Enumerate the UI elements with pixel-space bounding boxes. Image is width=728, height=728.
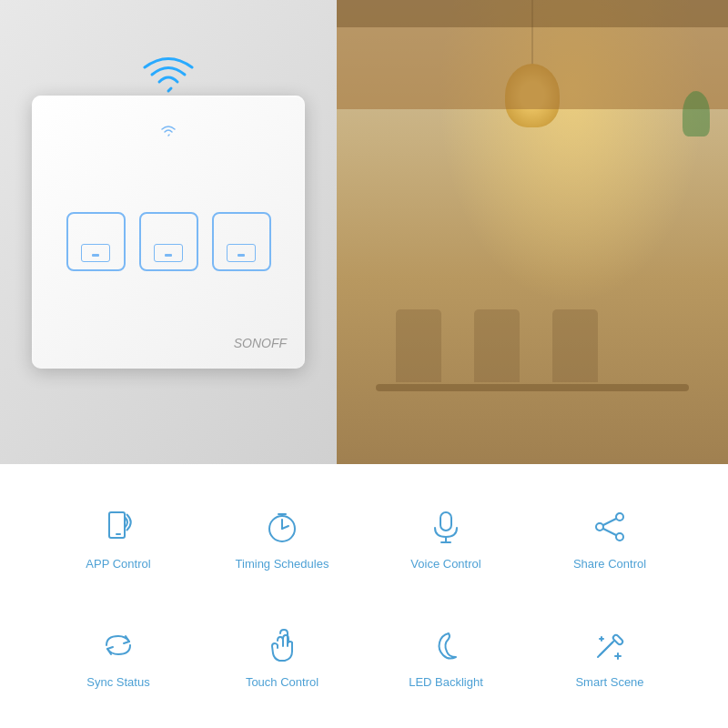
- sync-status-icon: [96, 622, 141, 668]
- app-control-label: APP Control: [86, 557, 150, 571]
- svg-rect-7: [440, 512, 451, 531]
- svg-line-14: [603, 529, 616, 535]
- voice-control-label: Voice Control: [410, 557, 480, 571]
- share-control-icon: [587, 504, 632, 550]
- kitchen-background: [337, 0, 728, 464]
- features-row-2: Sync Status Touch Control: [36, 601, 692, 710]
- feature-voice-control: Voice Control: [373, 504, 519, 571]
- svg-point-11: [596, 523, 603, 531]
- switch-button-3[interactable]: [212, 212, 271, 271]
- feature-timing-schedules: Timing Schedules: [209, 504, 355, 571]
- timing-schedules-icon: [259, 504, 305, 550]
- feature-touch-control: Touch Control: [209, 622, 355, 689]
- left-panel: SONOFF: [0, 0, 337, 464]
- smart-scene-label: Smart Scene: [575, 675, 643, 689]
- feature-share-control: Share Control: [537, 504, 682, 571]
- hero-section: SONOFF: [0, 0, 728, 464]
- switch-device: SONOFF: [32, 96, 305, 369]
- features-row-1: APP Control Timing Schedules: [36, 482, 692, 592]
- feature-sync-status: Sync Status: [46, 622, 191, 689]
- brand-logo: SONOFF: [234, 336, 287, 350]
- svg-line-13: [603, 519, 616, 525]
- svg-line-4: [282, 526, 288, 529]
- svg-point-10: [616, 513, 623, 521]
- led-backlight-label: LED Backlight: [409, 675, 483, 689]
- voice-control-icon: [423, 504, 469, 550]
- svg-rect-15: [612, 633, 624, 645]
- share-control-label: Share Control: [573, 557, 646, 571]
- feature-app-control: APP Control: [46, 504, 191, 571]
- led-backlight-icon: [423, 622, 469, 668]
- switch-buttons: [66, 212, 271, 271]
- switch-button-2[interactable]: [139, 212, 198, 271]
- right-panel: [337, 0, 728, 464]
- device-wifi-icon: [159, 123, 177, 141]
- switch-button-1[interactable]: [66, 212, 126, 271]
- svg-point-12: [616, 533, 623, 541]
- timing-schedules-label: Timing Schedules: [236, 557, 329, 571]
- svg-line-17: [600, 641, 614, 655]
- touch-control-icon: [259, 622, 305, 668]
- feature-led-backlight: LED Backlight: [373, 622, 519, 689]
- wifi-signal-icon: [141, 50, 196, 99]
- sync-status-label: Sync Status: [86, 675, 149, 689]
- smart-scene-icon: [587, 622, 632, 668]
- features-section: APP Control Timing Schedules: [0, 464, 728, 728]
- app-control-icon: [96, 504, 141, 550]
- touch-control-label: Touch Control: [246, 675, 318, 689]
- feature-smart-scene: Smart Scene: [537, 622, 682, 689]
